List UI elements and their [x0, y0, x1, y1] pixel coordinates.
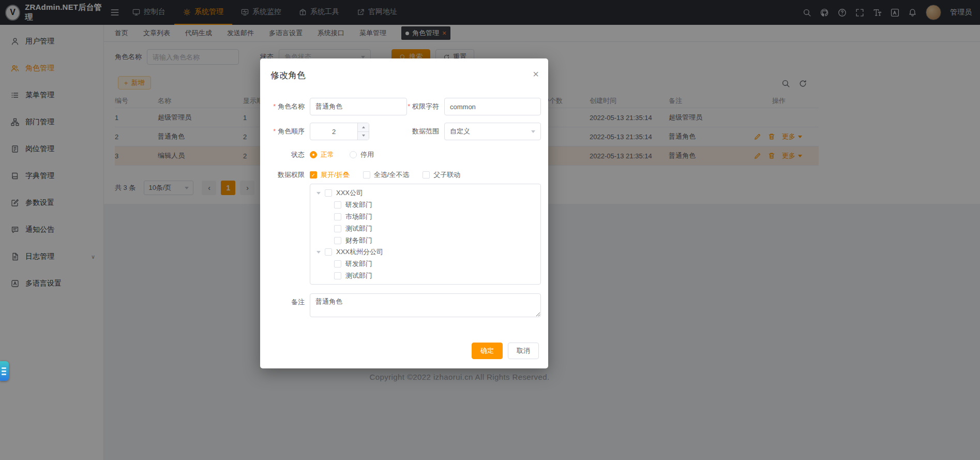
tree-node[interactable]: 研发部门 — [310, 199, 540, 211]
status-radio-normal[interactable]: 正常 — [310, 150, 334, 159]
tree-spacer — [267, 184, 310, 285]
tree-checkbox[interactable] — [325, 189, 332, 197]
tree-node[interactable]: 财务部门 — [310, 234, 540, 246]
tree-node-label: 研发部门 — [345, 200, 372, 210]
radio-checked-icon — [310, 151, 317, 158]
tree-node[interactable]: 测试部门 — [310, 222, 540, 234]
data-scope-select[interactable]: 自定义 — [444, 123, 541, 140]
confirm-button[interactable]: 确定 — [472, 343, 503, 359]
radio-label: 停用 — [360, 150, 374, 159]
perm-char-input[interactable] — [444, 98, 541, 115]
select-all-checkbox[interactable]: 全选/全不选 — [363, 170, 410, 180]
radio-unchecked-icon — [350, 151, 357, 158]
data-scope-label: 数据范围 — [407, 127, 444, 136]
tree-checkbox[interactable] — [334, 237, 341, 244]
data-scope-value: 自定义 — [450, 127, 470, 136]
remark-label: 备注 — [267, 293, 310, 317]
expand-collapse-checkbox[interactable]: ✓ 展开/折叠 — [310, 170, 350, 180]
tree-node-label: XXX杭州分公司 — [336, 247, 383, 257]
role-order-input[interactable] — [310, 123, 357, 140]
tree-node-label: XXX公司 — [336, 188, 363, 198]
dialog-body: 角色名称 权限字符 角色顺序 数据范围 — [260, 81, 548, 317]
stepper-down-icon[interactable] — [358, 132, 369, 140]
checkbox-label: 全选/全不选 — [374, 170, 410, 180]
edit-role-dialog: 修改角色 × 角色名称 权限字符 角色顺序 — [260, 58, 548, 368]
tree-checkbox[interactable] — [334, 272, 341, 279]
widget-bar — [2, 374, 6, 375]
status-label: 状态 — [267, 151, 310, 159]
data-permission-label: 数据权限 — [267, 171, 310, 179]
tree-checkbox[interactable] — [334, 201, 341, 209]
permission-tree: XXX公司 研发部门 市场部门 测试部门 — [310, 184, 541, 285]
parent-child-link-checkbox[interactable]: 父子联动 — [423, 170, 460, 180]
tree-node-label: 测试部门 — [345, 271, 372, 280]
cancel-button[interactable]: 取消 — [508, 343, 539, 359]
status-radio-disabled[interactable]: 停用 — [350, 150, 374, 159]
widget-bar — [2, 367, 6, 369]
dialog-title: 修改角色 — [260, 58, 548, 81]
tree-expand-icon[interactable] — [316, 192, 321, 195]
dialog-footer: 确定 取消 — [472, 343, 539, 359]
tree-node[interactable]: XXX公司 — [310, 187, 540, 199]
checkbox-label: 展开/折叠 — [321, 170, 350, 180]
checkbox-unchecked-icon — [423, 171, 430, 179]
stepper-up-icon[interactable] — [358, 123, 369, 132]
tree-checkbox[interactable] — [334, 225, 341, 232]
role-order-stepper — [310, 123, 369, 140]
tree-checkbox[interactable] — [334, 260, 341, 268]
tree-node-label: 测试部门 — [345, 224, 372, 233]
role-order-label: 角色顺序 — [267, 127, 310, 136]
tree-node[interactable]: 市场部门 — [310, 211, 540, 223]
radio-label: 正常 — [321, 150, 334, 159]
tree-node[interactable]: XXX杭州分公司 — [310, 246, 540, 258]
checkbox-label: 父子联动 — [433, 170, 460, 180]
tree-node-label: 研发部门 — [345, 259, 372, 269]
widget-bar — [2, 370, 6, 372]
checkbox-checked-icon: ✓ — [310, 171, 317, 179]
role-name-input[interactable] — [310, 98, 407, 115]
tree-expand-icon[interactable] — [316, 251, 321, 254]
floating-widget[interactable] — [0, 361, 9, 381]
checkbox-unchecked-icon — [363, 171, 370, 179]
tree-checkbox[interactable] — [325, 248, 332, 256]
tree-node-label: 财务部门 — [345, 236, 372, 245]
tree-node[interactable]: 研发部门 — [310, 258, 540, 270]
tree-node-label: 市场部门 — [345, 212, 372, 221]
tree-node[interactable]: 测试部门 — [310, 270, 540, 282]
role-name-label: 角色名称 — [267, 102, 310, 111]
remark-textarea[interactable]: 普通角色 — [310, 293, 541, 317]
tree-checkbox[interactable] — [334, 213, 341, 220]
dialog-close-icon[interactable]: × — [533, 69, 539, 79]
perm-char-label: 权限字符 — [407, 102, 444, 111]
chevron-down-icon — [531, 130, 535, 133]
